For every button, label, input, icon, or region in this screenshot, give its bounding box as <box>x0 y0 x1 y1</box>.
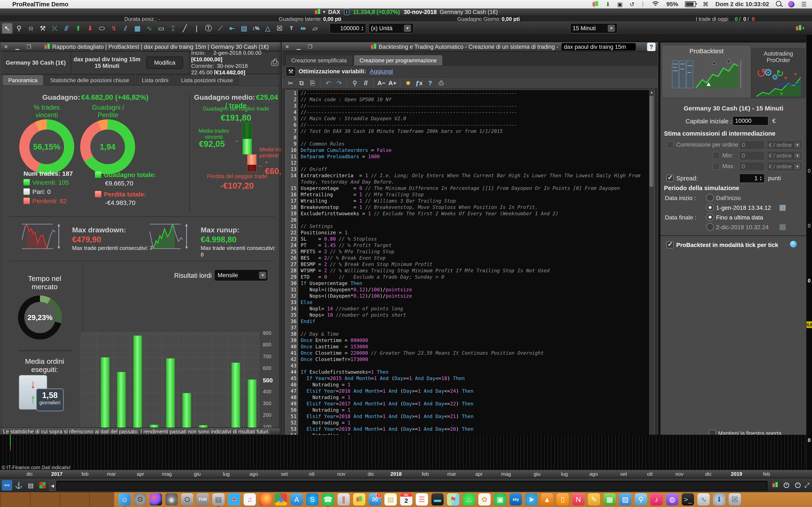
dock-activity-monitor-icon[interactable]: ∿ <box>697 493 710 506</box>
delete-icon[interactable]: ☒ <box>274 23 285 34</box>
expand-icon[interactable]: ⤢ <box>803 480 811 491</box>
tab-creazione-programmazione[interactable]: Creazione per programmazione <box>354 55 443 66</box>
line-icon[interactable]: ╱ <box>179 23 190 34</box>
chevron-down-icon[interactable]: ▼ <box>404 25 411 32</box>
dock-music-icon[interactable]: ♪ <box>651 493 663 506</box>
stocks-menu-icon[interactable] <box>592 1 599 8</box>
commission-checkbox[interactable] <box>666 141 674 148</box>
dock-trash-icon[interactable]: ☒ <box>729 493 741 506</box>
tab-autotrading-proorder[interactable]: Autotrading ProOrder ↺ ⚙ ⚙ ↻ <box>752 48 805 98</box>
info-balloon-icon[interactable] <box>790 241 797 247</box>
undo-icon[interactable]: ↶ <box>323 78 333 88</box>
parallel-lines-icon[interactable]: ⫽ <box>120 23 131 34</box>
dock-keynote-icon[interactable]: ▨ <box>619 493 631 506</box>
anchor-icon[interactable]: ⚓ <box>13 480 24 491</box>
calendar-icon[interactable]: ▦ <box>779 203 786 212</box>
paste-icon[interactable]: ⎘ <box>308 78 317 88</box>
dock-safari-icon[interactable]: ✦ <box>228 493 240 506</box>
max-unit-select[interactable]: € / ordine▼ <box>767 162 802 171</box>
copy-icon[interactable]: ⧉ <box>297 78 306 88</box>
print-icon[interactable]: ⎙ <box>436 78 446 88</box>
calendar-icon[interactable]: ▦ <box>779 222 786 231</box>
tab-lista-posizioni[interactable]: Lista posizioni chiuse <box>175 75 239 86</box>
percent-change-icon[interactable]: ↕% <box>250 23 261 34</box>
end-last-data-radio[interactable] <box>706 213 714 221</box>
share-icon[interactable]: ⚯ <box>2 480 12 491</box>
dock-downloads-icon[interactable]: ⬇ <box>713 493 725 506</box>
dock-calendar-icon[interactable]: DIC2 <box>400 493 412 506</box>
heatmap-icon[interactable] <box>37 480 48 491</box>
dock-skype-icon[interactable]: S <box>306 493 318 506</box>
ellipse-icon[interactable]: ⬭ <box>96 23 107 34</box>
ruler-icon[interactable]: ▱ <box>310 23 320 34</box>
info-badge[interactable]: i <box>344 9 349 15</box>
time-machine-icon[interactable]: ↺ <box>629 1 635 8</box>
bluetooth-icon[interactable]: ᛒ <box>641 1 645 8</box>
dock-itunes-icon[interactable]: ♫ <box>244 493 256 506</box>
text-bubble-icon[interactable]: Ⓣ <box>203 23 214 34</box>
siri-icon[interactable] <box>788 1 795 7</box>
tab-creazione-semplificata[interactable]: Creazione semplificata <box>286 55 353 66</box>
chevron-down-icon[interactable]: ▼ <box>795 153 800 158</box>
commission-input[interactable]: 0 <box>739 140 765 150</box>
trend-lines-icon[interactable]: ⫻ <box>61 23 72 34</box>
fibonacci-retracement-icon[interactable]: ▤ <box>239 23 250 34</box>
dock-siri-icon[interactable] <box>150 493 162 506</box>
suggestion-icon[interactable]: ✸ <box>403 78 413 88</box>
tab-lista-ordini[interactable]: Lista ordini <box>136 75 174 86</box>
text-note-icon[interactable]: T <box>286 23 297 34</box>
dock-external-drive-icon[interactable]: ▤ <box>212 493 224 506</box>
dock-news-icon[interactable]: N <box>572 493 585 506</box>
help-icon[interactable]: ? <box>425 78 435 88</box>
search-icon[interactable]: ⚲ <box>350 78 360 88</box>
dock-preview-icon[interactable]: ⚲ <box>635 493 647 506</box>
scroll-up-icon[interactable]: ▲ <box>649 91 654 94</box>
dock-sky-icon[interactable]: sky <box>510 493 522 506</box>
wrench-icon[interactable]: ⚒ <box>286 66 296 76</box>
dock-facetime-icon[interactable]: ▣ <box>494 493 506 506</box>
chart-zoom-icon[interactable] <box>770 480 780 491</box>
wave-icon[interactable]: ∿ <box>144 23 155 34</box>
vertical-segment-icon[interactable]: ⌶ <box>167 23 179 34</box>
dock-disk-utility-icon[interactable]: ⛭ <box>181 493 193 506</box>
redo-icon[interactable]: ↷ <box>334 78 344 88</box>
notification-center-icon[interactable]: ☰ <box>801 1 807 8</box>
dock-podcasts-icon[interactable]: ◍ <box>666 493 678 506</box>
dock-pages-icon[interactable]: ✎ <box>588 493 600 506</box>
editor-scrollbar[interactable]: ▲ ▼ <box>649 90 654 453</box>
dock-fun-drive-icon[interactable]: FUN <box>197 493 209 506</box>
tab-panoramica[interactable]: Panoramica <box>3 75 43 86</box>
max-input[interactable]: 0 <box>739 162 765 171</box>
dock-terminal-icon[interactable]: >_ <box>682 493 694 506</box>
min-checkbox[interactable] <box>713 152 720 159</box>
tools-icon[interactable]: ⚒ <box>37 23 48 34</box>
print-icon[interactable]: ⎙ <box>271 57 278 68</box>
chevron-down-icon[interactable]: ▼ <box>608 25 615 32</box>
dock-books-icon[interactable]: ▯ <box>557 493 569 506</box>
display-menu-icon[interactable]: ▣ <box>617 1 622 8</box>
spotlight-icon[interactable] <box>776 1 781 8</box>
dock-photos-icon[interactable]: ✿ <box>478 493 491 506</box>
dock-messages-icon[interactable]: … <box>463 493 475 506</box>
spread-stepper[interactable]: ▲▼ <box>759 176 762 181</box>
help-icon[interactable]: ? <box>647 43 656 51</box>
dock-chrome-icon[interactable]: ◉ <box>275 493 287 506</box>
wifi-icon[interactable] <box>652 1 660 7</box>
dock-wallet-icon[interactable]: ▬ <box>432 493 444 506</box>
vertical-line-icon[interactable]: ❘ <box>191 23 202 34</box>
font-smaller-icon[interactable]: A− <box>376 78 386 88</box>
tick-mode-checkbox[interactable] <box>666 241 674 248</box>
unit-select[interactable]: (x) Unità▼ <box>368 23 414 34</box>
dock-onyx-icon[interactable]: ◉ <box>165 493 177 506</box>
start-from-beginning-radio[interactable] <box>706 194 714 202</box>
cursor-icon[interactable]: ↖ <box>2 23 13 34</box>
modify-button[interactable]: Modifica <box>146 57 183 69</box>
tab-statistiche[interactable]: Statistiche delle posizioni chiuse <box>45 75 135 86</box>
tab-probacktest[interactable]: ProBacktest <box>662 45 751 98</box>
min-input[interactable]: 0 <box>739 151 765 160</box>
cut-icon[interactable]: ✂ <box>286 78 295 88</box>
zoom-out-icon[interactable]: − <box>793 480 803 491</box>
chart-type-select[interactable]: ▼ <box>795 23 806 34</box>
dock-mail-icon[interactable]: ✉1 <box>369 493 381 506</box>
max-checkbox[interactable] <box>713 163 720 170</box>
